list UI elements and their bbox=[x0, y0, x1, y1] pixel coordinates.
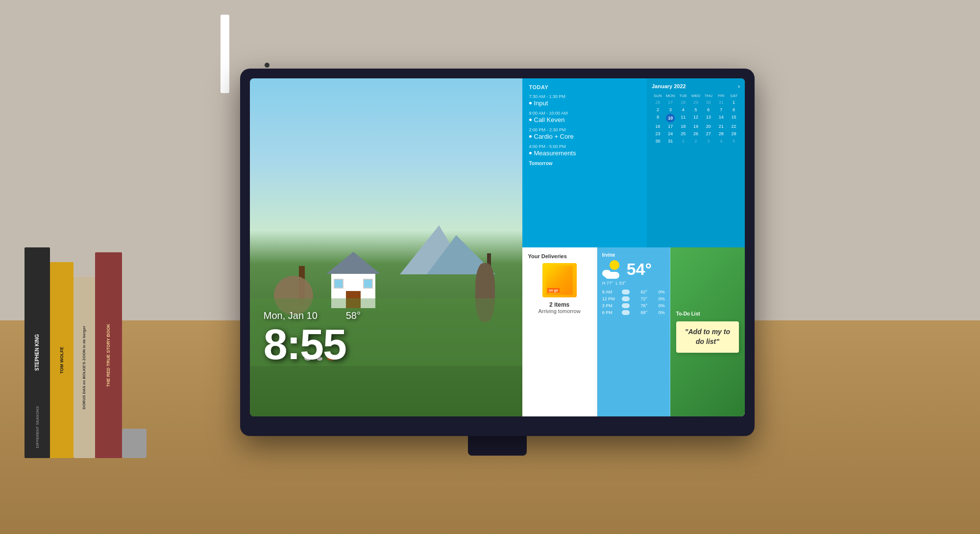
calendar-day[interactable]: 31 bbox=[664, 138, 677, 145]
list-item: THE RED TRUE STORY BOOK bbox=[95, 252, 122, 458]
list-item: STEPHEN KING DIFFERENT SEASONS bbox=[24, 247, 50, 458]
weather-location: Irvine bbox=[602, 252, 665, 258]
forecast-icon bbox=[622, 290, 630, 294]
book-title-4: THE RED TRUE STORY BOOK bbox=[104, 322, 113, 389]
calendar-header: January 2022 › bbox=[652, 83, 740, 89]
weather-widget[interactable]: Irvine 54° H 77° L 53° bbox=[597, 247, 670, 416]
time-display: 8:55 bbox=[264, 323, 346, 366]
calendar-day[interactable]: 2 bbox=[690, 138, 702, 145]
calendar-day[interactable]: 9 bbox=[652, 114, 664, 122]
forecast-icon bbox=[622, 310, 630, 315]
forecast-precip: 0% bbox=[653, 303, 665, 308]
calendar-day[interactable]: 23 bbox=[652, 130, 664, 137]
deliveries-widget[interactable]: Your Deliveries on go 2 items Arriving t… bbox=[522, 247, 597, 416]
device-stand bbox=[468, 436, 527, 456]
calendar-day[interactable]: 13 bbox=[702, 114, 714, 122]
event-item-1: 7:30 AM - 1:30 PM Input bbox=[529, 94, 640, 107]
forecast-time: 9 AM bbox=[602, 290, 617, 294]
calendar-day[interactable]: 11 bbox=[677, 114, 689, 122]
calendar-day[interactable]: 1 bbox=[677, 138, 689, 145]
calendar-day[interactable]: 26 bbox=[652, 99, 664, 106]
package-label: on go bbox=[547, 288, 560, 292]
calendar-day[interactable]: 22 bbox=[728, 123, 740, 130]
weather-forecast-row: 12 PM 72° 0% bbox=[602, 295, 665, 302]
calendar-day[interactable]: 24 bbox=[664, 130, 677, 137]
calendar-day[interactable]: 17 bbox=[664, 123, 677, 130]
forecast-precip: 0% bbox=[653, 290, 665, 294]
device-frame: 58° Mon, Jan 10 8:55 Today 7:30 AM - 1:3… bbox=[240, 69, 755, 436]
calendar-day[interactable]: 25 bbox=[677, 130, 689, 137]
event-item-4: 4:00 PM - 5:00 PM Measurements bbox=[529, 144, 640, 157]
event-dot-icon bbox=[529, 119, 532, 121]
cal-day-header: SAT bbox=[728, 93, 740, 98]
calendar-day[interactable]: 21 bbox=[715, 123, 727, 130]
event-dot-icon bbox=[529, 135, 532, 138]
calendar-day[interactable]: 4 bbox=[677, 106, 689, 113]
calendar-day[interactable]: 18 bbox=[677, 123, 689, 130]
event-time: 7:30 AM - 1:30 PM bbox=[529, 94, 640, 99]
calendar-day[interactable]: 27 bbox=[664, 99, 677, 106]
calendar-day[interactable]: 29 bbox=[690, 99, 702, 106]
calendar-day[interactable]: 30 bbox=[702, 99, 714, 106]
list-item: DORUS DAS en BOLKE'S ZOON in de berger bbox=[74, 277, 95, 458]
temperature-display: 58° bbox=[346, 310, 361, 321]
calendar-day[interactable]: 5 bbox=[728, 138, 740, 145]
event-dot-icon bbox=[529, 152, 532, 154]
weather-forecast-row: 3 PM 76° 0% bbox=[602, 302, 665, 309]
calendar-day[interactable]: 28 bbox=[677, 99, 689, 106]
calendar-today[interactable]: 10 bbox=[666, 114, 675, 122]
calendar-day[interactable]: 3 bbox=[702, 138, 714, 145]
today-label: Today bbox=[529, 84, 640, 90]
books-area: STEPHEN KING DIFFERENT SEASONS TOM WOLFE… bbox=[24, 203, 147, 458]
forecast-time: 12 PM bbox=[602, 296, 617, 301]
weather-forecast: 9 AM 62° 0% 12 PM 72° 0% 3 PM 76° 0% 6 P… bbox=[602, 289, 665, 316]
calendar-day[interactable]: 12 bbox=[690, 114, 702, 122]
tomorrow-label: Tomorrow bbox=[529, 161, 640, 166]
event-dot-icon bbox=[529, 102, 532, 104]
calendar-day[interactable]: 19 bbox=[690, 123, 702, 130]
calendar-day[interactable]: 14 bbox=[715, 114, 727, 122]
top-section: Today 7:30 AM - 1:30 PM Input 9:00 AM - … bbox=[522, 78, 745, 247]
book-stopper bbox=[122, 429, 147, 458]
calendar-day[interactable]: 5 bbox=[690, 106, 702, 113]
calendar-day[interactable]: 30 bbox=[652, 138, 664, 145]
forecast-temp: 68° bbox=[635, 310, 647, 315]
calendar-day[interactable]: 6 bbox=[702, 106, 714, 113]
clock-display: 58° Mon, Jan 10 8:55 bbox=[264, 310, 346, 366]
calendar-day[interactable]: 4 bbox=[715, 138, 727, 145]
calendar-day[interactable]: 27 bbox=[702, 130, 714, 137]
date-display: Mon, Jan 10 bbox=[264, 310, 318, 321]
calendar-next-icon[interactable]: › bbox=[738, 83, 740, 89]
calendar-day[interactable]: 2 bbox=[652, 106, 664, 113]
weather-icon bbox=[602, 260, 624, 279]
calendar-day[interactable]: 29 bbox=[728, 130, 740, 137]
left-panel: 58° Mon, Jan 10 8:55 bbox=[250, 78, 522, 416]
calendar-day[interactable]: 8 bbox=[728, 106, 740, 113]
event-name: Input bbox=[529, 99, 640, 107]
todo-widget[interactable]: To-Do List "Add to my to do list" bbox=[670, 247, 745, 416]
events-section: Today 7:30 AM - 1:30 PM Input 9:00 AM - … bbox=[522, 78, 647, 247]
package-image: on go bbox=[542, 263, 577, 297]
cal-day-header: WED bbox=[690, 93, 702, 98]
device-screen[interactable]: 58° Mon, Jan 10 8:55 Today 7:30 AM - 1:3… bbox=[250, 78, 745, 416]
echo-show-device[interactable]: 58° Mon, Jan 10 8:55 Today 7:30 AM - 1:3… bbox=[240, 69, 755, 436]
forecast-temp: 62° bbox=[635, 290, 647, 294]
weather-temperature: 54° bbox=[627, 260, 652, 279]
forecast-time: 6 PM bbox=[602, 310, 617, 315]
forecast-icon bbox=[622, 296, 630, 301]
calendar-day[interactable]: 7 bbox=[715, 106, 727, 113]
calendar-day[interactable]: 26 bbox=[690, 130, 702, 137]
calendar-day[interactable]: 1 bbox=[728, 99, 740, 106]
calendar-day[interactable]: 31 bbox=[715, 99, 727, 106]
delivery-count: 2 items bbox=[528, 301, 591, 308]
calendar-day[interactable]: 3 bbox=[664, 106, 677, 113]
weather-forecast-row: 9 AM 62° 0% bbox=[602, 289, 665, 295]
calendar-day[interactable]: 28 bbox=[715, 130, 727, 137]
calendar-day[interactable]: 15 bbox=[728, 114, 740, 122]
calendar-day[interactable]: 16 bbox=[652, 123, 664, 130]
event-time: 2:00 PM - 2:30 PM bbox=[529, 127, 640, 132]
book-title-1: STEPHEN KING bbox=[32, 332, 42, 373]
deliveries-title: Your Deliveries bbox=[528, 253, 591, 259]
bottom-section: Your Deliveries on go 2 items Arriving t… bbox=[522, 247, 745, 416]
calendar-day[interactable]: 20 bbox=[702, 123, 714, 130]
